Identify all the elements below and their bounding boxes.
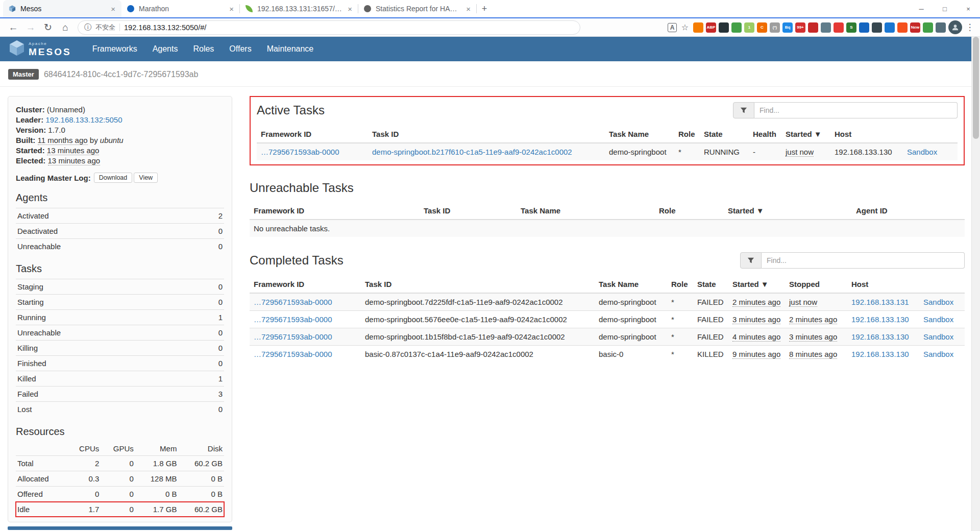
- nav-item-offers[interactable]: Offers: [222, 44, 259, 54]
- tab-marathon[interactable]: Marathon ×: [121, 0, 240, 17]
- framework-id-link[interactable]: …7295671593ab-0000: [254, 350, 332, 358]
- extension-icon[interactable]: [923, 22, 933, 33]
- leader-link[interactable]: 192.168.133.132:5050: [45, 115, 122, 124]
- col-stopped[interactable]: Stopped: [785, 276, 847, 293]
- sandbox-link[interactable]: Sandbox: [907, 148, 937, 156]
- col-role[interactable]: Role: [667, 276, 693, 293]
- task-id-link[interactable]: demo-springboot.b217f610-c1a5-11e9-aaf9-…: [372, 148, 572, 156]
- extension-icon[interactable]: 99+: [795, 22, 805, 33]
- col-task-name[interactable]: Task Name: [517, 202, 655, 220]
- col-role[interactable]: Role: [655, 202, 724, 220]
- extension-icon[interactable]: New: [910, 22, 920, 33]
- filter-button[interactable]: [740, 252, 762, 269]
- tab-close-icon[interactable]: ×: [347, 5, 353, 13]
- elected-label: Elected:: [16, 156, 45, 165]
- host-link[interactable]: 192.168.133.131: [851, 298, 909, 306]
- col-task-name[interactable]: Task Name: [605, 126, 674, 143]
- col-framework-id[interactable]: Framework ID: [257, 126, 368, 143]
- extension-icon[interactable]: ABP: [706, 22, 716, 33]
- table-row: …7295671593ab-0000 demo-springboot.b217f…: [257, 143, 958, 160]
- host-link[interactable]: 192.168.133.130: [851, 315, 909, 324]
- new-tab-button[interactable]: +: [477, 0, 492, 17]
- col-agent-id[interactable]: Agent ID: [852, 202, 965, 220]
- log-view-button[interactable]: View: [134, 173, 158, 183]
- translate-icon[interactable]: A: [668, 23, 677, 32]
- extension-icon[interactable]: [731, 22, 742, 33]
- extension-icon[interactable]: 1: [744, 22, 754, 33]
- nav-item-maintenance[interactable]: Maintenance: [259, 44, 322, 54]
- nav-item-agents[interactable]: Agents: [145, 44, 186, 54]
- col-host[interactable]: Host: [830, 126, 903, 143]
- extension-icon[interactable]: [872, 22, 882, 33]
- col-host[interactable]: Host: [847, 276, 919, 293]
- minimize-button[interactable]: ─: [910, 0, 933, 17]
- col-health[interactable]: Health: [749, 126, 781, 143]
- url-text[interactable]: 192.168.133.132:5050/#/: [124, 23, 206, 32]
- extension-icon[interactable]: [897, 22, 908, 33]
- extension-icon[interactable]: [821, 22, 831, 33]
- address-bar[interactable]: ⓘ 不安全 192.168.133.132:5050/#/: [78, 20, 580, 35]
- extension-icon[interactable]: [885, 22, 895, 33]
- tab-close-icon[interactable]: ×: [465, 5, 472, 13]
- framework-id-link[interactable]: …7295671593ab-0000: [261, 148, 339, 156]
- extension-icon[interactable]: [693, 22, 703, 33]
- tab-close-icon[interactable]: ×: [110, 5, 116, 13]
- col-task-id[interactable]: Task ID: [368, 126, 605, 143]
- forward-button[interactable]: →: [22, 19, 39, 36]
- mesos-brand[interactable]: Apache MESOS: [9, 40, 71, 58]
- browser-menu-icon[interactable]: ⋮: [965, 22, 975, 33]
- completed-tasks-find-input[interactable]: [762, 252, 965, 269]
- tasks-heading: Tasks: [16, 263, 224, 275]
- framework-id-link[interactable]: …7295671593ab-0000: [254, 332, 332, 341]
- tab-close-icon[interactable]: ×: [228, 5, 235, 13]
- sandbox-link[interactable]: Sandbox: [923, 350, 953, 358]
- page-info-icon[interactable]: ⓘ: [84, 23, 91, 32]
- extension-icon[interactable]: [859, 22, 869, 33]
- extension-icon[interactable]: S: [846, 22, 856, 33]
- refresh-button[interactable]: ↻: [40, 19, 56, 36]
- col-task-name[interactable]: Task Name: [595, 276, 667, 293]
- tab-mesos[interactable]: Mesos ×: [3, 0, 121, 17]
- host-link[interactable]: 192.168.133.130: [851, 332, 909, 341]
- scrollbar-thumb[interactable]: [973, 37, 979, 139]
- col-task-id[interactable]: Task ID: [420, 202, 517, 220]
- extension-icon[interactable]: [808, 22, 818, 33]
- col-task-id[interactable]: Task ID: [361, 276, 595, 293]
- col-state[interactable]: State: [700, 126, 749, 143]
- active-tasks-find-input[interactable]: [754, 102, 958, 118]
- col-role[interactable]: Role: [674, 126, 700, 143]
- built-info: Built: 11 months ago by ubuntu: [16, 135, 224, 146]
- tab-hello-service[interactable]: 192.168.133.131:31657/hello ×: [240, 0, 358, 17]
- col-started-sorted[interactable]: Started ▼: [724, 202, 852, 220]
- close-window-button[interactable]: ×: [957, 0, 980, 17]
- sandbox-link[interactable]: Sandbox: [923, 298, 953, 306]
- tab-haproxy-stats[interactable]: Statistics Report for HAProxy ×: [358, 0, 477, 17]
- nav-item-roles[interactable]: Roles: [185, 44, 222, 54]
- extension-icon[interactable]: Bq: [782, 22, 793, 33]
- framework-id-link[interactable]: …7295671593ab-0000: [254, 315, 332, 324]
- col-state[interactable]: State: [693, 276, 728, 293]
- nav-item-frameworks[interactable]: Frameworks: [85, 44, 145, 54]
- back-button[interactable]: ←: [5, 19, 21, 36]
- col-started-sorted[interactable]: Started ▼: [728, 276, 785, 293]
- framework-id-link[interactable]: …7295671593ab-0000: [254, 298, 332, 306]
- col-started-sorted[interactable]: Started ▼: [781, 126, 830, 143]
- page-scrollbar[interactable]: [971, 37, 980, 531]
- extension-icon[interactable]: [834, 22, 844, 33]
- extension-icon[interactable]: C: [757, 22, 767, 33]
- home-button[interactable]: ⌂: [57, 19, 74, 36]
- maximize-button[interactable]: □: [933, 0, 957, 17]
- extension-icon[interactable]: (*): [770, 22, 780, 33]
- filter-button[interactable]: [733, 102, 754, 118]
- bookmark-star-icon[interactable]: ☆: [679, 22, 691, 33]
- extension-icon[interactable]: [936, 22, 946, 33]
- extension-icon[interactable]: [719, 22, 729, 33]
- log-download-button[interactable]: Download: [94, 173, 133, 183]
- col-framework-id[interactable]: Framework ID: [250, 276, 361, 293]
- profile-avatar[interactable]: [948, 20, 962, 34]
- sandbox-link[interactable]: Sandbox: [923, 332, 953, 341]
- col-framework-id[interactable]: Framework ID: [250, 202, 420, 220]
- sandbox-link[interactable]: Sandbox: [923, 315, 953, 324]
- host-link[interactable]: 192.168.133.130: [851, 350, 909, 358]
- tab-title: Mesos: [20, 5, 106, 13]
